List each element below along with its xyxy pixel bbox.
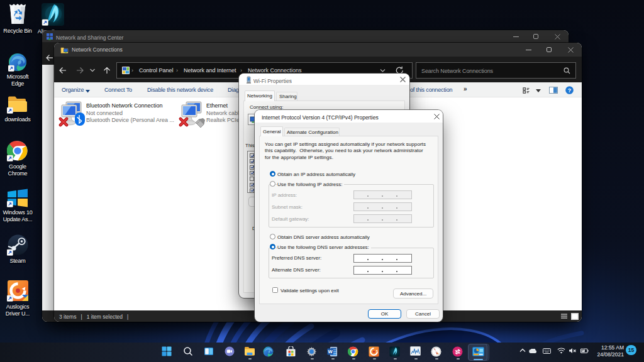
svg-text:?: ? [568, 87, 571, 94]
svg-text:W: W [328, 349, 333, 354]
